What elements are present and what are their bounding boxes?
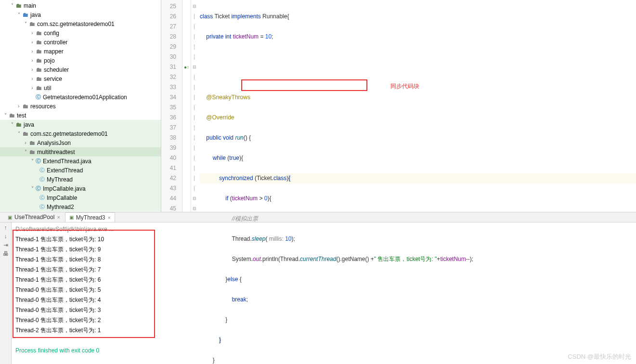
- code-editor[interactable]: 2526272829303132333435363738394041424344…: [161, 0, 636, 212]
- class-application[interactable]: ›ⒸGetmetastoredemo01Application: [0, 92, 161, 102]
- close-icon[interactable]: ×: [108, 215, 111, 221]
- package-icon: 🖿: [36, 66, 42, 73]
- fold-column[interactable]: ⊟│││││⊟││││││││││││⊟⊟: [191, 0, 198, 212]
- tree-label: controller: [44, 39, 67, 46]
- tree-label: MyThread: [47, 176, 73, 183]
- file-impcallable[interactable]: ˅ⒸImpCallable.java: [0, 184, 161, 193]
- tree-label: scheduler: [44, 66, 69, 73]
- wrap-icon[interactable]: ⇥: [3, 242, 8, 248]
- package-icon: 🖿: [36, 48, 42, 55]
- folder-mapper[interactable]: ›🖿mapper: [0, 47, 161, 56]
- package-item[interactable]: ˅🖿com.szc.getmetastoredemo01: [0, 19, 161, 28]
- tree-label: main: [24, 2, 36, 9]
- tree-label: multithreadtest: [37, 149, 75, 156]
- print-icon[interactable]: 🖶: [3, 250, 9, 257]
- file-extendthread[interactable]: ˅ⒸExtendThread.java: [0, 156, 161, 166]
- folder-resources[interactable]: ›🖿resources: [0, 102, 161, 111]
- class-extendthread[interactable]: ⒸExtendThread: [0, 166, 161, 175]
- tree-label: java: [30, 12, 41, 18]
- folder-icon: 🖿: [9, 112, 15, 119]
- tree-label: ImpCallable: [47, 195, 77, 201]
- tree-label: config: [44, 30, 59, 37]
- override-icon: ●↑: [182, 62, 191, 72]
- class-mythread[interactable]: ⒸMyThread: [0, 175, 161, 184]
- command-line: D:\software\devSoft\jdk\bin\java.exe ...: [15, 226, 114, 233]
- line-numbers: 2526272829303132333435363738394041424344…: [161, 0, 182, 212]
- folder-main[interactable]: ˅🖿main: [0, 1, 161, 10]
- output-line: Thread-0 售出车票，ticket号为: 5: [15, 285, 632, 295]
- java-icon: Ⓒ: [36, 93, 41, 101]
- run-icon: ▣: [69, 215, 74, 220]
- folder-analysisjson[interactable]: ›🖿AnalysisJson: [0, 138, 161, 147]
- package-icon: 🖿: [22, 130, 28, 137]
- run-icon: ▣: [8, 215, 12, 220]
- tree-label: AnalysisJson: [37, 140, 71, 146]
- gutter-marks: ●↑: [182, 0, 191, 212]
- folder-multithreadtest[interactable]: ˅🖿multithreadtest: [0, 147, 161, 156]
- project-tree[interactable]: ˅🖿main ˅🖿java ˅🖿com.szc.getmetastoredemo…: [0, 0, 161, 212]
- class-icon: Ⓒ: [39, 194, 45, 201]
- annotation-text: 同步代码块: [390, 81, 419, 91]
- folder-icon: 🖿: [22, 11, 28, 18]
- main-split: ˅🖿main ˅🖿java ˅🖿com.szc.getmetastoredemo…: [0, 0, 636, 212]
- package-test[interactable]: ˅🖿com.szc.getmetastoredemo01: [0, 129, 161, 138]
- java-icon: Ⓒ: [36, 185, 41, 192]
- code-area[interactable]: class Ticket implements Runnable{ privat…: [198, 0, 636, 212]
- tree-label: resources: [30, 103, 56, 110]
- folder-util[interactable]: ›🖿util: [0, 83, 161, 92]
- java-icon: Ⓒ: [36, 157, 41, 165]
- tab-usethreadpool[interactable]: ▣UseThreadPool×: [4, 212, 64, 222]
- scroll-icon[interactable]: ↓: [4, 233, 7, 240]
- package-icon: 🖿: [36, 84, 42, 91]
- tree-label: mapper: [44, 48, 64, 55]
- output-line: Thread-1 售出车票，ticket号为: 6: [15, 275, 632, 285]
- tree-label: ImpCallable.java: [43, 185, 86, 192]
- folder-icon: 🖿: [15, 121, 22, 128]
- output-line: Thread-1 售出车票，ticket号为: 8: [15, 255, 632, 265]
- tree-label: com.szc.getmetastoredemo01: [37, 21, 115, 27]
- tree-label: ExtendThread.java: [43, 158, 91, 165]
- close-icon[interactable]: ×: [57, 214, 60, 220]
- package-icon: 🖿: [36, 39, 42, 46]
- tool-strip[interactable]: ↑ ↓ ⇥ 🖶: [0, 222, 12, 364]
- tab-label: MyThread3: [76, 214, 105, 221]
- output-line: Thread-1 售出车票，ticket号为: 7: [15, 265, 632, 275]
- package-icon: 🖿: [29, 139, 35, 146]
- folder-pojo[interactable]: ›🖿pojo: [0, 56, 161, 65]
- folder-test[interactable]: ˅🖿test: [0, 111, 161, 120]
- tree-label: ExtendThread: [47, 167, 83, 174]
- class-impcallable[interactable]: ⒸImpCallable: [0, 193, 161, 202]
- folder-test-java[interactable]: ˅🖿java: [0, 120, 161, 129]
- output-line: Thread-0 售出车票，ticket号为: 3: [15, 305, 632, 315]
- rerun-icon[interactable]: ↑: [4, 224, 7, 231]
- folder-scheduler[interactable]: ›🖿scheduler: [0, 65, 161, 74]
- output-line: Thread-1 售出车票，ticket号为: 9: [15, 245, 632, 255]
- tab-label: UseThreadPool: [14, 214, 54, 221]
- tree-label: java: [24, 121, 34, 128]
- package-icon: 🖿: [36, 75, 42, 82]
- watermark: CSDN @最快乐的时光: [568, 352, 631, 361]
- tree-label: test: [17, 112, 26, 119]
- output-line: Thread-0 售出车票，ticket号为: 2: [15, 315, 632, 325]
- folder-java[interactable]: ˅🖿java: [0, 10, 161, 19]
- folder-config[interactable]: ›🖿config: [0, 28, 161, 38]
- tree-label: util: [44, 85, 51, 91]
- class-mythread2[interactable]: ⒸMythread2: [0, 202, 161, 211]
- output-line: Thread-2 售出车票，ticket号为: 1: [15, 325, 632, 336]
- tree-label: service: [44, 76, 62, 82]
- package-icon: 🖿: [36, 29, 42, 37]
- package-icon: 🖿: [29, 20, 35, 27]
- class-icon: Ⓒ: [39, 176, 45, 183]
- folder-icon: 🖿: [15, 2, 22, 9]
- package-icon: 🖿: [29, 148, 35, 156]
- console-output[interactable]: D:\software\devSoft\jdk\bin\java.exe ...…: [12, 222, 636, 364]
- class-icon: Ⓒ: [39, 167, 45, 174]
- console-panel: ↑ ↓ ⇥ 🖶 D:\software\devSoft\jdk\bin\java…: [0, 222, 636, 364]
- output-line: Thread-0 售出车票，ticket号为: 4: [15, 295, 632, 305]
- package-icon: 🖿: [36, 57, 42, 64]
- folder-controller[interactable]: ›🖿controller: [0, 38, 161, 47]
- tree-label: Getmetastoredemo01Application: [43, 94, 127, 101]
- output-line: Thread-1 售出车票，ticket号为: 10: [15, 234, 632, 245]
- folder-service[interactable]: ›🖿service: [0, 74, 161, 83]
- tab-mythread3[interactable]: ▣MyThread3×: [65, 212, 115, 222]
